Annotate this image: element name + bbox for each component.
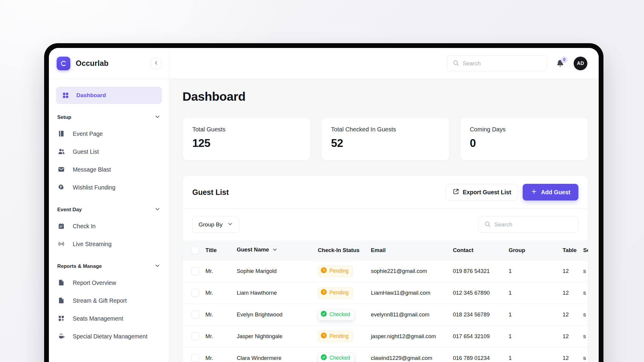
sidebar-item-wishlist-funding[interactable]: Wishlist Funding [56,178,162,196]
col-checkin-status: Check-In Status [318,240,371,260]
search-icon [484,221,491,229]
sidebar-item-check-in[interactable]: Check In [56,217,162,235]
guest-table: Title Guest Name Check-In Status Email C… [183,240,588,362]
sidebar-collapse-button[interactable] [151,58,162,69]
sidebar-item-special-dietary[interactable]: Special Dietary Management [56,327,162,345]
chevron-down-icon [154,114,161,121]
grid-icon [62,92,69,99]
page-title: Dashboard [182,90,588,104]
notification-count-badge: 0 [561,56,568,63]
guest-list-title: Guest List [192,188,229,197]
select-all-checkbox[interactable] [191,246,199,254]
plus-icon [531,188,537,196]
status-badge: Pending [318,331,353,342]
clock-icon [321,333,327,340]
col-group: Group [509,240,563,260]
sidebar-item-dashboard[interactable]: Dashboard [56,87,162,104]
user-avatar[interactable]: AD [574,57,587,70]
group-by-select[interactable]: Group By [192,217,239,233]
chevron-down-icon [227,221,233,229]
status-badge: Pending [318,265,353,277]
topbar: 0 AD [169,48,599,79]
col-contact: Contact [453,240,509,260]
sidebar: Occurlab Dashboard [49,48,169,362]
broadcast-icon [58,240,65,248]
guest-list-toolbar: Group By [183,209,588,240]
export-guest-list-button[interactable]: Export Guest List [446,184,518,201]
chevron-down-icon [154,206,161,214]
status-badge: Checked [318,309,354,320]
guest-search[interactable] [479,217,578,233]
guest-list-panel: Guest List Export Guest List [182,175,588,362]
col-guest-name[interactable]: Guest Name [237,240,318,260]
table-row: Mr. Jasper Nightingale Pending jasper.ni… [183,325,588,347]
stat-label: Coming Days [470,126,578,133]
sidebar-item-label: Dashboard [76,92,106,99]
mail-icon [58,166,65,173]
add-guest-button[interactable]: Add Guest [523,184,578,201]
file-icon [58,297,65,304]
sidebar-item-message-blast[interactable]: Message Blast [56,161,162,178]
check-circle-icon [321,354,327,362]
col-email: Email [371,240,453,260]
calendar-icon [58,223,65,230]
book-icon [58,130,65,137]
row-checkbox[interactable] [191,354,199,362]
col-table: Table [563,240,583,260]
sidebar-header: Occurlab [49,48,169,79]
device-frame: Occurlab Dashboard [44,43,603,362]
stat-value: 0 [470,137,578,150]
stat-value: 125 [192,137,301,150]
app-window: Occurlab Dashboard [49,48,599,362]
main-content: Dashboard Total Guests 125 Total Checked… [169,79,599,362]
stat-label: Total Guests [192,126,301,133]
guest-search-input[interactable] [494,221,573,228]
content-column: 0 AD Dashboard Total Guests 125 Total Ch… [169,48,599,362]
table-row: Mr. Liam Hawthorne Pending LiamHaw11@gma… [183,282,588,304]
table-row: Mr. Sophie Marigold Pending sophie221@gm… [183,260,588,282]
search-icon [453,60,459,67]
sidebar-item-stream-gift-report[interactable]: Stream & Gift Report [56,292,162,310]
sidebar-item-live-streaming[interactable]: Live Streaming [56,235,162,253]
stat-cards: Total Guests 125 Total Checked In Guests… [182,117,588,161]
sidebar-item-event-page[interactable]: Event Page [56,125,162,143]
sidebar-section-setup[interactable]: Setup [57,114,161,121]
table-header-row: Title Guest Name Check-In Status Email C… [183,240,588,260]
occurlab-logo-icon [57,57,70,70]
meal-icon [58,333,65,340]
col-title: Title [205,240,237,260]
desktop-background: Occurlab Dashboard [0,0,644,362]
chevron-left-icon [153,60,159,67]
table-row: Mr. Evelyn Brightwood Checked evelynn811… [183,304,588,325]
stat-card-coming-days: Coming Days 0 [460,117,588,161]
sidebar-section-reports-manage[interactable]: Reports & Manage [57,262,161,270]
export-icon [453,188,459,196]
row-checkbox[interactable] [191,332,199,340]
col-seat: Seat [583,240,588,260]
coin-icon [58,184,65,191]
file-icon [58,279,65,286]
notifications-button[interactable]: 0 [555,58,566,69]
global-search[interactable] [447,55,547,72]
stat-value: 52 [331,137,439,150]
row-checkbox[interactable] [191,310,199,319]
check-circle-icon [321,311,327,318]
clock-icon [321,289,327,296]
stat-label: Total Checked In Guests [331,126,439,133]
stat-card-total-guests: Total Guests 125 [182,117,311,161]
clock-icon [321,267,327,275]
app-title: Occurlab [76,59,109,68]
seats-grid-icon [58,315,65,322]
row-checkbox[interactable] [191,289,199,297]
table-row: Mr. Clara Windermere Checked clawind1229… [183,347,588,362]
sidebar-section-event-day[interactable]: Event Day [57,206,161,214]
sort-chevron-icon [272,248,278,254]
global-search-input[interactable] [463,60,541,67]
sidebar-item-guest-list[interactable]: Guest List [56,143,162,161]
sidebar-item-seats-management[interactable]: Seats Management [56,310,162,327]
guest-list-header: Guest List Export Guest List [183,176,588,209]
status-badge: Checked [318,352,354,362]
row-checkbox[interactable] [191,267,199,275]
status-badge: Pending [318,287,353,299]
sidebar-item-report-overview[interactable]: Report Overview [56,274,162,292]
